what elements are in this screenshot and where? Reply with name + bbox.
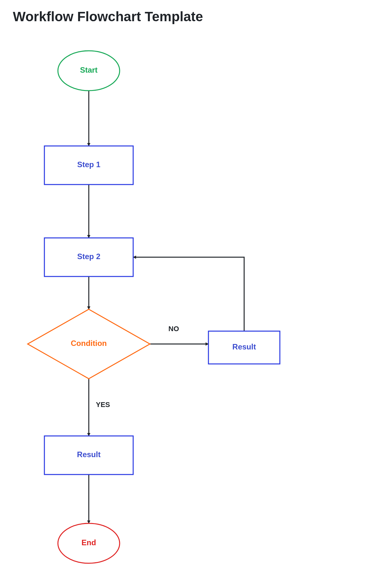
edge-label-no: NO [169,325,179,333]
page: Workflow Flowchart Template StartStep 1S… [0,0,386,588]
node-label-end: End [81,538,96,547]
edge-label-yes: YES [96,401,110,409]
node-label-resultYes: Result [77,450,100,459]
edge-resultNo-to-step2 [133,257,244,331]
node-label-step1: Step 1 [77,160,100,169]
node-label-start: Start [80,66,98,74]
flowchart-canvas: StartStep 1Step 2ConditionResultResultEn… [0,0,386,588]
node-label-condition: Condition [71,339,107,348]
node-label-resultNo: Result [232,342,256,351]
node-label-step2: Step 2 [77,252,100,261]
